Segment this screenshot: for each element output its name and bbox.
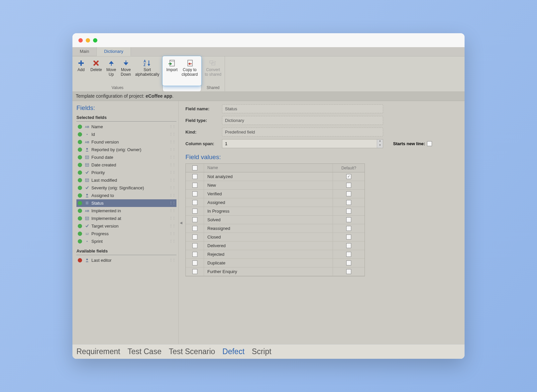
- row-select-checkbox[interactable]: [192, 243, 197, 248]
- field-item[interactable]: Reported by (orig: Owner)⋮⋮: [76, 146, 176, 153]
- default-checkbox[interactable]: [346, 191, 351, 196]
- row-select-checkbox[interactable]: [192, 191, 197, 196]
- field-item[interactable]: Last modified⋮⋮: [76, 176, 176, 184]
- table-row[interactable]: Closed: [186, 233, 365, 242]
- spin-up-icon[interactable]: ▲: [377, 140, 383, 144]
- row-select-checkbox[interactable]: [192, 209, 197, 214]
- status-dot-icon: [78, 224, 82, 228]
- copy-clipboard-button[interactable]: Copy to clipboard: [179, 58, 200, 85]
- default-checkbox[interactable]: [346, 260, 351, 265]
- table-row[interactable]: Reassigned: [186, 224, 365, 233]
- tab-test-scenario[interactable]: Test Scenario: [169, 347, 215, 356]
- default-checkbox[interactable]: ✓: [346, 174, 351, 179]
- tab-test-case[interactable]: Test Case: [128, 347, 161, 356]
- drag-handle-icon[interactable]: ⋮⋮: [169, 209, 175, 213]
- drag-handle-icon[interactable]: ⋮⋮: [169, 224, 175, 228]
- field-item[interactable]: Status⋮⋮: [76, 199, 176, 207]
- convert-shared-button: Convert to shared: [203, 58, 223, 85]
- drag-handle-icon[interactable]: ⋮⋮: [169, 178, 175, 182]
- drag-handle-icon[interactable]: ⋮⋮: [169, 193, 175, 198]
- field-item[interactable]: Implemented at⋮⋮: [76, 215, 176, 222]
- field-item[interactable]: Priority⋮⋮: [76, 169, 176, 176]
- drag-handle-icon[interactable]: ⋮⋮: [169, 186, 175, 190]
- app-window: Main Dictionary Add Delete: [72, 33, 465, 359]
- field-item[interactable]: Severity (orig: Significance)⋮⋮: [76, 184, 176, 192]
- colspan-input[interactable]: [222, 140, 377, 148]
- splitter-handle[interactable]: ◀: [179, 101, 183, 344]
- maximize-icon[interactable]: [93, 38, 97, 43]
- table-row[interactable]: New: [186, 181, 365, 190]
- field-item[interactable]: ABImplemented in⋮⋮: [76, 207, 176, 215]
- row-select-checkbox[interactable]: [192, 217, 197, 222]
- field-item[interactable]: •Sprint⋮⋮: [76, 238, 176, 245]
- kind-label: Kind:: [185, 130, 222, 135]
- row-select-checkbox[interactable]: [192, 260, 197, 265]
- delete-button[interactable]: Delete: [88, 58, 104, 85]
- table-row[interactable]: Rejected: [186, 250, 365, 259]
- drag-handle-icon[interactable]: ⋮⋮: [169, 216, 175, 221]
- spin-down-icon[interactable]: ▼: [377, 144, 383, 148]
- default-checkbox[interactable]: [346, 200, 351, 205]
- default-checkbox[interactable]: [346, 226, 351, 231]
- drag-handle-icon[interactable]: ⋮⋮: [169, 239, 175, 244]
- drag-handle-icon[interactable]: ⋮⋮: [169, 258, 175, 262]
- field-item[interactable]: •Id⋮⋮: [76, 131, 176, 138]
- table-row[interactable]: Delivered: [186, 242, 365, 250]
- tab-defect[interactable]: Defect: [222, 347, 244, 356]
- tab-requirement[interactable]: Requirement: [76, 347, 120, 356]
- default-checkbox[interactable]: [346, 252, 351, 257]
- table-row[interactable]: In Progress: [186, 207, 365, 216]
- row-select-checkbox[interactable]: [192, 226, 197, 231]
- field-item[interactable]: ABName⋮⋮: [76, 123, 176, 131]
- field-item[interactable]: Found date⋮⋮: [76, 153, 176, 161]
- default-checkbox[interactable]: [346, 209, 351, 214]
- default-checkbox[interactable]: [346, 235, 351, 240]
- field-item[interactable]: Last editor⋮⋮: [76, 256, 176, 264]
- table-row[interactable]: Verified: [186, 190, 365, 198]
- drag-handle-icon[interactable]: ⋮⋮: [169, 232, 175, 236]
- field-item[interactable]: 12Progress⋮⋮: [76, 230, 176, 238]
- drag-handle-icon[interactable]: ⋮⋮: [169, 147, 175, 152]
- row-select-checkbox[interactable]: [192, 200, 197, 205]
- drag-handle-icon[interactable]: ⋮⋮: [169, 140, 175, 144]
- table-row[interactable]: Not analyzed✓: [186, 172, 365, 181]
- table-row[interactable]: Duplicate: [186, 259, 365, 267]
- add-button[interactable]: Add: [74, 58, 88, 85]
- drag-handle-icon[interactable]: ⋮⋮: [169, 201, 175, 205]
- default-checkbox[interactable]: [346, 269, 351, 274]
- colspan-spinner[interactable]: ▲▼: [222, 139, 383, 148]
- table-row[interactable]: Assigned: [186, 198, 365, 207]
- tab-main[interactable]: Main: [72, 47, 97, 56]
- field-item[interactable]: ABFound version⋮⋮: [76, 138, 176, 146]
- starts-new-line-checkbox[interactable]: [427, 141, 432, 146]
- field-item[interactable]: Target version⋮⋮: [76, 222, 176, 230]
- table-row[interactable]: Solved: [186, 216, 365, 224]
- default-checkbox[interactable]: [346, 217, 351, 222]
- default-checkbox[interactable]: [346, 243, 351, 248]
- minimize-icon[interactable]: [86, 38, 90, 43]
- drag-handle-icon[interactable]: ⋮⋮: [169, 125, 175, 129]
- table-row[interactable]: Further Enquiry: [186, 267, 365, 276]
- row-select-checkbox[interactable]: [192, 183, 197, 188]
- drag-handle-icon[interactable]: ⋮⋮: [169, 170, 175, 175]
- select-all-checkbox[interactable]: [192, 165, 197, 170]
- drag-handle-icon[interactable]: ⋮⋮: [169, 155, 175, 159]
- row-select-checkbox[interactable]: [192, 252, 197, 257]
- row-select-checkbox[interactable]: [192, 269, 197, 274]
- row-select-checkbox[interactable]: [192, 174, 197, 179]
- svg-rect-23: [85, 217, 89, 220]
- drag-handle-icon[interactable]: ⋮⋮: [169, 132, 175, 137]
- move-down-button[interactable]: Move Down: [119, 58, 133, 85]
- field-item[interactable]: Date created⋮⋮: [76, 161, 176, 169]
- svg-rect-11: [85, 163, 89, 166]
- row-select-checkbox[interactable]: [192, 235, 197, 240]
- field-item[interactable]: Assigned to⋮⋮: [76, 192, 176, 199]
- move-up-button[interactable]: Move Up: [104, 58, 119, 85]
- tab-script[interactable]: Script: [252, 347, 271, 356]
- tab-dictionary[interactable]: Dictionary: [97, 47, 131, 56]
- sort-alpha-button[interactable]: AZ Sort alphabetically: [133, 58, 161, 85]
- import-button[interactable]: Import: [164, 58, 179, 85]
- drag-handle-icon[interactable]: ⋮⋮: [169, 163, 175, 167]
- close-icon[interactable]: [78, 38, 83, 43]
- default-checkbox[interactable]: [346, 183, 351, 188]
